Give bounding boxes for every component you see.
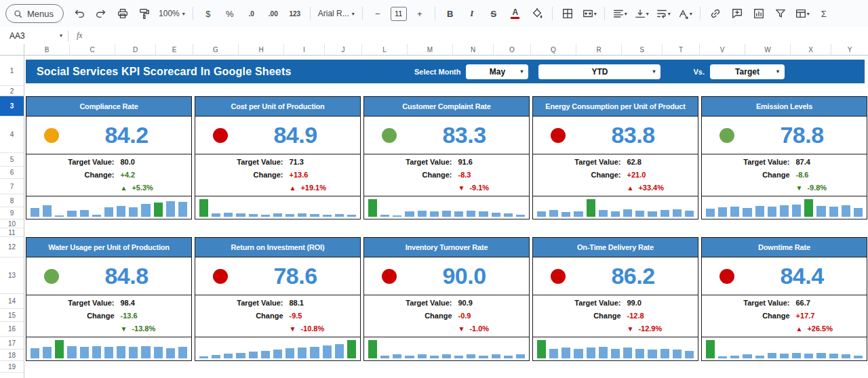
sparkline-bar <box>154 347 163 358</box>
column-header[interactable]: J <box>325 44 362 55</box>
column-header[interactable]: T <box>663 44 700 55</box>
row-header[interactable]: 4 <box>0 117 24 153</box>
status-indicator-icon <box>382 269 397 284</box>
month-select[interactable]: May ▾ <box>466 64 528 79</box>
row-header[interactable]: 14 <box>0 294 24 309</box>
toolbar-divider <box>552 7 553 20</box>
table-views-button[interactable]: ▾ <box>792 5 812 22</box>
column-header[interactable]: E <box>156 44 193 55</box>
row-header[interactable]: 6 <box>0 167 24 179</box>
column-header[interactable]: Q <box>531 44 576 55</box>
zoom-select[interactable]: 100%▾ <box>156 5 188 22</box>
row-header[interactable]: 7 <box>0 179 24 194</box>
row-header[interactable]: 17 <box>0 337 24 350</box>
percent-format-button[interactable]: % <box>220 5 240 22</box>
print-button[interactable] <box>113 5 133 22</box>
row-header[interactable]: 11 <box>0 228 24 237</box>
column-header[interactable]: S <box>622 44 663 55</box>
row-header[interactable]: 16 <box>0 322 24 337</box>
row-header[interactable]: 2 <box>0 86 24 96</box>
create-filter-button[interactable] <box>770 5 791 22</box>
compare-select[interactable]: Target ▾ <box>710 64 785 79</box>
font-family-select[interactable]: Arial R...▾ <box>315 5 357 22</box>
insert-comment-button[interactable] <box>727 5 747 22</box>
period-select[interactable]: YTD ▾ <box>538 64 660 79</box>
row-header[interactable]: 18 <box>0 350 24 361</box>
column-header[interactable]: N <box>453 44 494 55</box>
row-header[interactable]: 5 <box>0 153 24 167</box>
column-header[interactable]: I <box>284 44 325 55</box>
row-header[interactable]: 10 <box>0 219 24 228</box>
fill-color-icon <box>531 7 543 20</box>
row-header[interactable]: 13 <box>0 257 24 294</box>
change-percent: -10.8% <box>300 324 324 333</box>
kpi-value-area: 90.0 <box>364 257 529 295</box>
sparkline-bar <box>117 206 125 217</box>
insert-chart-button[interactable] <box>749 5 769 22</box>
change-percent: +26.5% <box>807 324 833 333</box>
kpi-value: 78.6 <box>243 262 348 289</box>
italic-button[interactable]: I <box>462 5 482 22</box>
column-header[interactable]: G <box>193 44 239 55</box>
kpi-card: Compliance Rate 84.2 Target Value:80.0 C… <box>26 96 192 219</box>
row-header[interactable]: 8 <box>0 194 24 207</box>
column-header[interactable]: W <box>745 44 791 55</box>
decrease-decimal-button[interactable]: .0 <box>241 5 262 22</box>
row-header[interactable]: 12 <box>0 237 24 257</box>
vertical-align-icon <box>634 7 646 20</box>
period-value: YTD <box>591 67 608 77</box>
column-header[interactable]: V <box>700 44 745 55</box>
undo-button[interactable] <box>69 5 90 22</box>
vertical-align-button[interactable]: ▾ <box>631 5 652 22</box>
redo-button[interactable] <box>91 5 111 22</box>
column-header[interactable]: D <box>115 44 156 55</box>
number-format-button[interactable]: 123 <box>285 5 305 22</box>
column-header[interactable]: L <box>362 44 408 55</box>
row-header[interactable]: 1 <box>0 56 24 86</box>
merge-cells-button[interactable]: ▾ <box>579 5 599 22</box>
paint-format-button[interactable] <box>134 5 155 22</box>
fill-color-button[interactable] <box>527 5 547 22</box>
column-header[interactable]: C <box>70 44 115 55</box>
sparkline-bar <box>141 346 150 358</box>
decrease-font-size-button[interactable]: − <box>368 5 388 22</box>
select-all-corner[interactable] <box>0 44 24 56</box>
spreadsheet-grid[interactable]: Social Services KPI Scorecard In Google … <box>24 56 868 378</box>
font-size-input[interactable]: 11 <box>391 7 407 21</box>
currency-format-button[interactable]: $ <box>198 5 218 22</box>
sparkline-bar <box>804 199 813 217</box>
column-header[interactable]: R <box>576 44 622 55</box>
column-header[interactable]: O <box>494 44 531 55</box>
kpi-sparkline <box>364 196 529 219</box>
strikethrough-button[interactable]: S <box>484 5 504 22</box>
column-header[interactable]: H <box>239 44 284 55</box>
column-header[interactable]: X <box>791 44 831 55</box>
insert-link-button[interactable] <box>705 5 726 22</box>
comment-icon <box>731 7 743 20</box>
formula-input[interactable] <box>91 27 868 44</box>
text-color-button[interactable]: A <box>505 5 526 22</box>
menus-button[interactable]: Menus <box>5 4 64 23</box>
row-header[interactable]: 3 <box>0 96 24 117</box>
text-rotation-button[interactable]: ▾ <box>675 5 695 22</box>
chevron-down-icon: ▾ <box>668 11 671 17</box>
sparkline-bar <box>92 346 101 358</box>
cell-name-box[interactable]: AA3 ▾ <box>0 31 68 41</box>
column-header[interactable]: M <box>408 44 453 55</box>
bold-button[interactable]: B <box>440 5 460 22</box>
row-header[interactable]: 9 <box>0 207 24 219</box>
increase-decimal-button[interactable]: .00 <box>263 5 283 22</box>
dashboard-banner: Social Services KPI Scorecard In Google … <box>26 60 865 83</box>
row-header[interactable]: 15 <box>0 309 24 322</box>
row-header[interactable]: 19 <box>0 361 24 373</box>
sparkline-bar <box>199 356 208 358</box>
column-header[interactable]: Y <box>831 44 868 55</box>
sparkline-bar <box>92 215 101 217</box>
borders-button[interactable] <box>557 5 578 22</box>
increase-font-size-button[interactable]: + <box>410 5 430 22</box>
functions-button[interactable]: Σ <box>814 5 834 22</box>
text-wrap-button[interactable]: ▾ <box>653 5 673 22</box>
column-header[interactable]: B <box>24 44 70 55</box>
chevron-down-icon: ▾ <box>776 68 779 75</box>
horizontal-align-button[interactable]: ▾ <box>610 5 630 22</box>
